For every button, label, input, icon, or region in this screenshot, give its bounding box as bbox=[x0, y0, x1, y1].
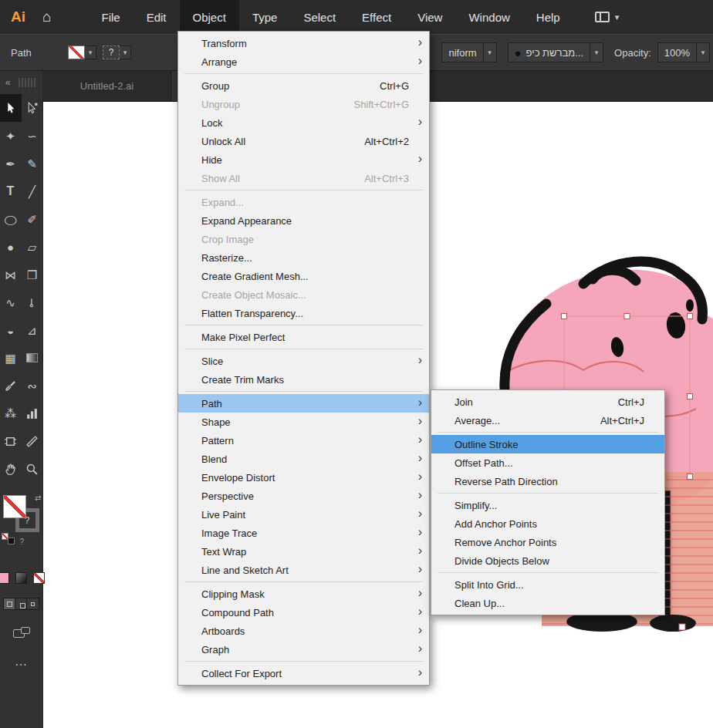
object-menu-item-path[interactable]: Path› bbox=[178, 394, 429, 413]
gradient-tool[interactable] bbox=[22, 344, 43, 372]
stroke-none-swatch[interactable] bbox=[68, 46, 85, 59]
menubar-item-type[interactable]: Type bbox=[239, 0, 291, 34]
chevron-down-icon[interactable]: ▾ bbox=[85, 46, 96, 59]
eyedropper-tool[interactable] bbox=[0, 372, 22, 399]
path-submenu-item-simplify[interactable]: Simplify... bbox=[431, 496, 664, 514]
object-menu-item-create-trim-marks[interactable]: Create Trim Marks bbox=[178, 370, 429, 389]
object-menu-item-flatten-transparency[interactable]: Flatten Transparency... bbox=[178, 304, 429, 322]
object-menu-item-hide[interactable]: Hide› bbox=[178, 150, 429, 169]
object-menu-item-live-paint[interactable]: Live Paint› bbox=[178, 505, 429, 524]
object-menu-item-compound-path[interactable]: Compound Path› bbox=[178, 603, 429, 622]
type-tool[interactable]: T bbox=[0, 177, 22, 205]
gradient-swatch-button[interactable] bbox=[15, 572, 27, 584]
object-menu-item-line-and-sketch-art[interactable]: Line and Sketch Art› bbox=[178, 561, 429, 579]
draw-behind-button[interactable] bbox=[15, 598, 27, 609]
path-submenu-item-remove-anchor-points[interactable]: Remove Anchor Points bbox=[431, 533, 664, 551]
object-menu-item-blend[interactable]: Blend› bbox=[178, 450, 429, 468]
object-menu-item-arrange[interactable]: Arrange› bbox=[178, 52, 429, 71]
mesh-tool[interactable]: ▦ bbox=[0, 344, 22, 372]
object-menu-item-image-trace[interactable]: Image Trace› bbox=[178, 524, 429, 542]
object-menu-item-envelope-distort[interactable]: Envelope Distort› bbox=[178, 468, 429, 487]
artboard-tool[interactable] bbox=[0, 427, 22, 455]
symbol-sprayer-tool[interactable]: ⁂ bbox=[0, 399, 22, 427]
menubar-item-effect[interactable]: Effect bbox=[349, 0, 404, 34]
blob-brush-tool[interactable]: ● bbox=[0, 233, 22, 261]
menubar-item-file[interactable]: File bbox=[88, 0, 133, 34]
path-submenu-item-reverse-path-direction[interactable]: Reverse Path Direction bbox=[431, 472, 664, 490]
curvature-tool[interactable]: ✎ bbox=[22, 150, 43, 177]
lasso-tool[interactable]: ∽ bbox=[22, 122, 43, 150]
object-menu-item-lock[interactable]: Lock› bbox=[178, 113, 429, 132]
object-menu-item-text-wrap[interactable]: Text Wrap› bbox=[178, 542, 429, 561]
menubar-item-help[interactable]: Help bbox=[523, 0, 573, 34]
object-menu-item-group[interactable]: GroupCtrl+G bbox=[178, 76, 429, 95]
object-menu-item-create-gradient-mesh[interactable]: Create Gradient Mesh... bbox=[178, 267, 429, 285]
object-menu-item-perspective[interactable]: Perspective› bbox=[178, 487, 429, 505]
chevron-down-icon[interactable]: ▾ bbox=[484, 42, 497, 62]
path-submenu-item-divide-objects-below[interactable]: Divide Objects Below bbox=[431, 551, 664, 570]
hand-tool[interactable] bbox=[0, 455, 22, 483]
none-swatch-button[interactable] bbox=[33, 572, 45, 584]
paintbrush-tool[interactable]: ✐ bbox=[22, 205, 43, 233]
perspective-grid-tool[interactable]: ⊿ bbox=[22, 316, 43, 344]
chevron-down-icon[interactable]: ▾ bbox=[590, 42, 603, 62]
workspace-switcher[interactable]: ▾ bbox=[595, 12, 620, 22]
reflect-tool[interactable]: ⋈ bbox=[0, 261, 22, 288]
menubar-item-window[interactable]: Window bbox=[455, 0, 522, 34]
opacity-value-field[interactable]: 100% bbox=[657, 42, 697, 62]
menubar-item-select[interactable]: Select bbox=[290, 0, 349, 34]
collapse-toolbar-button[interactable]: « bbox=[5, 77, 11, 88]
puppet-warp-tool[interactable]: ⊸ bbox=[22, 288, 43, 316]
direct-selection-tool[interactable] bbox=[22, 94, 43, 122]
object-menu-item-shape[interactable]: Shape› bbox=[178, 413, 429, 431]
document-tab[interactable]: Untitled-2.ai bbox=[43, 71, 171, 101]
shape-builder-tool[interactable]: ◒ bbox=[0, 316, 22, 344]
object-menu-item-rasterize[interactable]: Rasterize... bbox=[178, 248, 429, 267]
path-submenu-item-average[interactable]: Average...Alt+Ctrl+J bbox=[431, 411, 664, 430]
blend-tool[interactable]: ∾ bbox=[22, 372, 43, 399]
path-submenu-item-outline-stroke[interactable]: Outline Stroke bbox=[431, 435, 664, 453]
path-submenu-item-add-anchor-points[interactable]: Add Anchor Points bbox=[431, 514, 664, 533]
fill-swatch[interactable] bbox=[3, 495, 26, 518]
style-unknown-swatch[interactable]: ? bbox=[103, 46, 120, 59]
object-menu-item-transform[interactable]: Transform› bbox=[178, 34, 429, 52]
chevron-down-icon[interactable]: ▾ bbox=[697, 42, 710, 62]
free-transform-tool[interactable]: ❐ bbox=[22, 261, 43, 288]
draw-normal-button[interactable] bbox=[4, 598, 15, 609]
path-submenu-item-join[interactable]: JoinCtrl+J bbox=[431, 393, 664, 411]
menubar-item-object[interactable]: Object bbox=[180, 0, 239, 34]
object-menu-item-clipping-mask[interactable]: Clipping Mask› bbox=[178, 585, 429, 603]
zoom-tool[interactable] bbox=[22, 455, 43, 483]
edit-toolbar-button[interactable]: ⋯ bbox=[15, 657, 28, 672]
object-menu-item-artboards[interactable]: Artboards› bbox=[178, 622, 429, 640]
object-menu-item-make-pixel-perfect[interactable]: Make Pixel Perfect bbox=[178, 328, 429, 346]
default-fill-stroke-icon[interactable] bbox=[2, 533, 15, 544]
eraser-tool[interactable]: ▱ bbox=[22, 233, 43, 261]
color-swatch-button[interactable] bbox=[0, 572, 9, 584]
home-icon[interactable]: ⌂ bbox=[35, 8, 59, 25]
column-graph-tool[interactable] bbox=[22, 399, 43, 427]
path-submenu-item-clean-up[interactable]: Clean Up... bbox=[431, 594, 664, 612]
path-submenu-item-split-into-grid[interactable]: Split Into Grid... bbox=[431, 575, 664, 594]
draw-inside-button[interactable] bbox=[27, 598, 39, 609]
slice-tool[interactable] bbox=[22, 427, 43, 455]
width-profile-dropdown[interactable]: niform bbox=[441, 42, 483, 62]
path-submenu-item-offset-path[interactable]: Offset Path... bbox=[431, 453, 664, 472]
object-menu-item-pattern[interactable]: Pattern› bbox=[178, 431, 429, 450]
object-menu-item-collect-for-export[interactable]: Collect For Export› bbox=[178, 664, 429, 682]
object-menu-item-expand-appearance[interactable]: Expand Appearance bbox=[178, 211, 429, 230]
toolbar-grip[interactable] bbox=[19, 78, 37, 87]
object-menu-item-unlock-all[interactable]: Unlock AllAlt+Ctrl+2 bbox=[178, 132, 429, 150]
pen-tool[interactable]: ✒ bbox=[0, 150, 22, 177]
opacity-label[interactable]: Opacity: bbox=[614, 47, 651, 59]
brush-dropdown[interactable]: ● מברשת כיפ... bbox=[508, 42, 591, 62]
ellipse-tool[interactable]: ◯ bbox=[0, 205, 22, 233]
chevron-down-icon[interactable]: ▾ bbox=[120, 46, 131, 59]
line-segment-tool[interactable]: ╱ bbox=[22, 177, 43, 205]
menubar-item-edit[interactable]: Edit bbox=[133, 0, 180, 34]
menubar-item-view[interactable]: View bbox=[404, 0, 455, 34]
object-menu-item-slice[interactable]: Slice› bbox=[178, 352, 429, 370]
swap-fill-stroke-icon[interactable]: ⇄ bbox=[35, 494, 41, 502]
magic-wand-tool[interactable]: ✦ bbox=[0, 122, 22, 150]
object-menu-item-graph[interactable]: Graph› bbox=[178, 640, 429, 659]
